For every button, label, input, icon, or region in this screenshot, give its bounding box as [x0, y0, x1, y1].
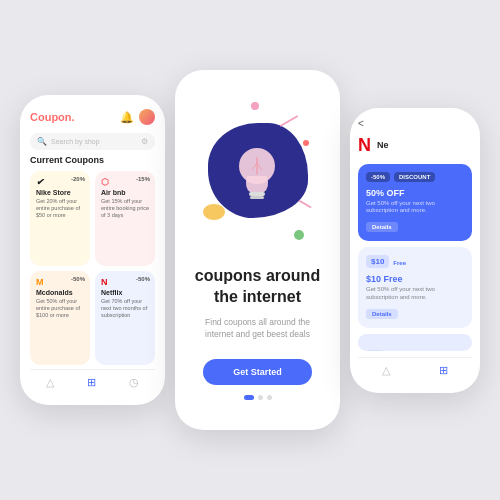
- bulb-illustration: [230, 138, 285, 203]
- dot-green: [294, 230, 304, 240]
- avatar[interactable]: [139, 109, 155, 125]
- pg-dot-3: [267, 395, 272, 400]
- nike-badge: -20%: [71, 176, 85, 182]
- pg-dot-1: [244, 395, 254, 400]
- netflix-desc: Get 70% off your next two months of subs…: [101, 298, 149, 319]
- offer1-percent-badge: -50%: [366, 172, 390, 182]
- offer-card-2[interactable]: $10 Free $10 Free Get 50% off your next …: [358, 247, 472, 328]
- get-started-button[interactable]: Get Started: [203, 359, 312, 385]
- header-icons: 🔔: [119, 109, 155, 125]
- line-decoration-2: [298, 200, 311, 209]
- offer1-discount-badge: DISCOUNT: [394, 172, 435, 182]
- netflix-name: Netflix: [101, 289, 149, 296]
- offer2-desc: Get 50% off your next two subscription a…: [366, 286, 464, 302]
- line-decoration-1: [280, 115, 298, 127]
- netflix-header: N Ne: [358, 135, 472, 156]
- back-button[interactable]: <: [358, 118, 472, 129]
- nav-clock-icon[interactable]: ◷: [129, 376, 139, 389]
- svg-rect-1: [249, 192, 265, 196]
- mc-desc: Get 50% off your entire purchase of $100…: [36, 298, 84, 319]
- dot-red: [303, 140, 309, 146]
- pg-dot-2: [258, 395, 263, 400]
- nav-grid-icon-3[interactable]: ⊞: [439, 364, 448, 377]
- filter-icon[interactable]: ⚙: [141, 137, 148, 146]
- offer-card-3[interactable]: $10: [358, 334, 472, 351]
- offer-card-1[interactable]: -50% DISCOUNT 50% OFF Get 50% off your n…: [358, 164, 472, 242]
- onboard-desc: Find coupons all around the internet and…: [191, 316, 324, 342]
- coupon-netflix[interactable]: -50% N Netflix Get 70% off your next two…: [95, 271, 155, 366]
- search-bar[interactable]: 🔍 Search by shop ⚙: [30, 133, 155, 150]
- airbnb-desc: Get 15% off your entire booking price of…: [101, 198, 149, 219]
- bottom-nav-3: △ ⊞: [358, 357, 472, 385]
- offer2-title: $10 Free: [366, 274, 464, 284]
- airbnb-name: Air bnb: [101, 189, 149, 196]
- offer2-amount-badge: $10: [366, 255, 389, 268]
- screens-container: Coupon. 🔔 🔍 Search by shop ⚙ Current Cou…: [20, 70, 480, 430]
- app-logo: Coupon.: [30, 111, 75, 123]
- offer2-detail-btn[interactable]: Details: [366, 309, 398, 319]
- bottom-nav: △ ⊞ ◷: [30, 369, 155, 397]
- phone-onboarding: coupons around the internet Find coupons…: [175, 70, 340, 430]
- phone-netflix-detail: < N Ne -50% DISCOUNT 50% OFF Get 50% off…: [350, 108, 480, 393]
- nav-grid-icon[interactable]: ⊞: [87, 376, 96, 389]
- offer3-amount-badge: $10: [366, 350, 384, 351]
- coupon-nike[interactable]: -20% ✔ Nike Store Get 20% off your entir…: [30, 171, 90, 266]
- search-placeholder: Search by shop: [51, 138, 100, 145]
- phone-coupons: Coupon. 🔔 🔍 Search by shop ⚙ Current Cou…: [20, 95, 165, 405]
- onboard-title: coupons around the internet: [191, 266, 324, 308]
- offer1-title: 50% OFF: [366, 188, 464, 198]
- offer1-detail-btn[interactable]: Details: [366, 222, 398, 232]
- coupon-airbnb[interactable]: -15% ⬡ Air bnb Get 15% off your entire b…: [95, 171, 155, 266]
- search-icon: 🔍: [37, 137, 47, 146]
- svg-rect-2: [250, 196, 264, 199]
- airbnb-badge: -15%: [136, 176, 150, 182]
- mc-name: Mcdonalds: [36, 289, 84, 296]
- coupons-grid: -20% ✔ Nike Store Get 20% off your entir…: [30, 171, 155, 365]
- illustration-area: [191, 90, 324, 250]
- pagination-dots: [244, 395, 272, 400]
- dot-yellow: [203, 204, 225, 220]
- netflix-n-logo: N: [358, 135, 371, 156]
- mc-badge: -50%: [71, 276, 85, 282]
- dot-pink: [251, 102, 259, 110]
- coupon-mcdonalds[interactable]: -50% M Mcdonalds Get 50% off your entire…: [30, 271, 90, 366]
- header: Coupon. 🔔: [30, 109, 155, 125]
- bell-icon[interactable]: 🔔: [119, 109, 135, 125]
- section-title: Current Coupons: [30, 155, 155, 165]
- nike-desc: Get 20% off your entire purchase of $50 …: [36, 198, 84, 219]
- bulb-svg: [230, 138, 285, 203]
- nav-home-icon-3[interactable]: △: [382, 364, 390, 377]
- netflix-brand-label: Ne: [377, 140, 389, 150]
- netflix-badge: -50%: [136, 276, 150, 282]
- offer2-free-label: Free: [393, 260, 406, 266]
- nav-home-icon[interactable]: △: [46, 376, 54, 389]
- nike-name: Nike Store: [36, 189, 84, 196]
- offer1-desc: Get 50% off your next two subscription a…: [366, 200, 464, 216]
